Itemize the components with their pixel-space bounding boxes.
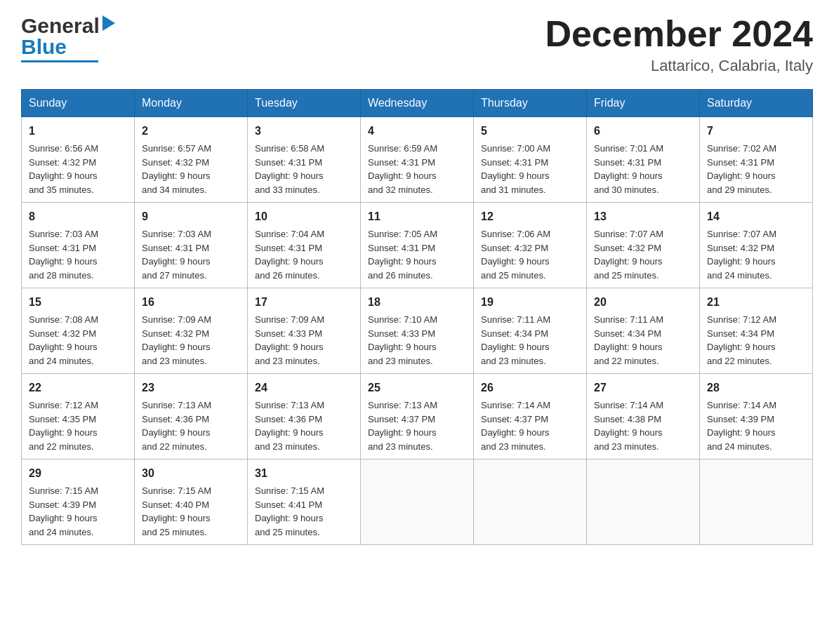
day-number: 1 — [29, 123, 127, 140]
calendar-week-row: 15Sunrise: 7:08 AM Sunset: 4:32 PM Dayli… — [22, 288, 813, 374]
day-info: Sunrise: 6:57 AM Sunset: 4:32 PM Dayligh… — [142, 142, 240, 196]
day-info: Sunrise: 7:11 AM Sunset: 4:34 PM Dayligh… — [594, 313, 692, 368]
logo-triangle-icon — [102, 15, 115, 34]
day-number: 23 — [142, 380, 240, 396]
calendar-week-row: 8Sunrise: 7:03 AM Sunset: 4:31 PM Daylig… — [22, 203, 813, 288]
day-info: Sunrise: 7:06 AM Sunset: 4:32 PM Dayligh… — [481, 227, 579, 282]
day-number: 26 — [481, 380, 579, 396]
day-number: 7 — [707, 123, 805, 140]
day-info: Sunrise: 7:11 AM Sunset: 4:34 PM Dayligh… — [481, 313, 579, 368]
calendar-week-row: 29Sunrise: 7:15 AM Sunset: 4:39 PM Dayli… — [22, 459, 813, 545]
calendar-day-cell: 5Sunrise: 7:00 AM Sunset: 4:31 PM Daylig… — [474, 117, 587, 203]
calendar-day-cell: 14Sunrise: 7:07 AM Sunset: 4:32 PM Dayli… — [700, 203, 813, 288]
weekday-header-monday: Monday — [135, 90, 248, 117]
calendar-day-cell: 6Sunrise: 7:01 AM Sunset: 4:31 PM Daylig… — [587, 117, 700, 203]
calendar-day-cell: 31Sunrise: 7:15 AM Sunset: 4:41 PM Dayli… — [248, 459, 361, 545]
day-number: 20 — [594, 294, 692, 311]
title-section: December 2024 Lattarico, Calabria, Italy — [545, 14, 813, 75]
day-info: Sunrise: 7:08 AM Sunset: 4:32 PM Dayligh… — [29, 313, 127, 368]
calendar-day-cell: 9Sunrise: 7:03 AM Sunset: 4:31 PM Daylig… — [135, 203, 248, 288]
day-info: Sunrise: 7:12 AM Sunset: 4:34 PM Dayligh… — [707, 313, 805, 368]
page-header: General Blue December 2024 Lattarico, Ca… — [21, 14, 813, 75]
calendar-day-cell: 17Sunrise: 7:09 AM Sunset: 4:33 PM Dayli… — [248, 288, 361, 374]
calendar-day-cell: 11Sunrise: 7:05 AM Sunset: 4:31 PM Dayli… — [361, 203, 474, 288]
day-info: Sunrise: 7:15 AM Sunset: 4:41 PM Dayligh… — [255, 484, 353, 539]
calendar-day-cell: 19Sunrise: 7:11 AM Sunset: 4:34 PM Dayli… — [474, 288, 587, 374]
calendar-day-cell: 15Sunrise: 7:08 AM Sunset: 4:32 PM Dayli… — [22, 288, 135, 374]
day-info: Sunrise: 7:14 AM Sunset: 4:38 PM Dayligh… — [594, 398, 692, 453]
day-number: 28 — [707, 380, 805, 396]
day-number: 3 — [255, 123, 353, 140]
calendar-day-cell — [700, 459, 813, 545]
day-number: 27 — [594, 380, 692, 396]
day-number: 6 — [594, 123, 692, 140]
calendar-day-cell: 10Sunrise: 7:04 AM Sunset: 4:31 PM Dayli… — [248, 203, 361, 288]
calendar-day-cell: 2Sunrise: 6:57 AM Sunset: 4:32 PM Daylig… — [135, 117, 248, 203]
logo: General Blue — [21, 14, 115, 62]
day-number: 10 — [255, 208, 353, 225]
day-info: Sunrise: 6:59 AM Sunset: 4:31 PM Dayligh… — [368, 142, 466, 196]
calendar-day-cell: 28Sunrise: 7:14 AM Sunset: 4:39 PM Dayli… — [700, 374, 813, 459]
day-number: 22 — [29, 380, 127, 396]
day-info: Sunrise: 7:04 AM Sunset: 4:31 PM Dayligh… — [255, 227, 353, 282]
calendar-day-cell: 4Sunrise: 6:59 AM Sunset: 4:31 PM Daylig… — [361, 117, 474, 203]
day-number: 18 — [368, 294, 466, 311]
calendar-day-cell: 26Sunrise: 7:14 AM Sunset: 4:37 PM Dayli… — [474, 374, 587, 459]
day-number: 29 — [29, 465, 127, 482]
calendar-day-cell — [361, 459, 474, 545]
weekday-header-friday: Friday — [587, 90, 700, 117]
calendar-day-cell: 25Sunrise: 7:13 AM Sunset: 4:37 PM Dayli… — [361, 374, 474, 459]
day-info: Sunrise: 6:58 AM Sunset: 4:31 PM Dayligh… — [255, 142, 353, 196]
day-info: Sunrise: 7:00 AM Sunset: 4:31 PM Dayligh… — [481, 142, 579, 196]
day-info: Sunrise: 7:15 AM Sunset: 4:40 PM Dayligh… — [142, 484, 240, 539]
day-info: Sunrise: 7:10 AM Sunset: 4:33 PM Dayligh… — [368, 313, 466, 368]
day-info: Sunrise: 7:05 AM Sunset: 4:31 PM Dayligh… — [368, 227, 466, 282]
calendar-day-cell: 29Sunrise: 7:15 AM Sunset: 4:39 PM Dayli… — [22, 459, 135, 545]
month-title: December 2024 — [545, 14, 813, 54]
weekday-header-tuesday: Tuesday — [248, 90, 361, 117]
day-number: 31 — [255, 465, 353, 482]
logo-blue-text: Blue — [21, 35, 67, 59]
calendar-day-cell: 13Sunrise: 7:07 AM Sunset: 4:32 PM Dayli… — [587, 203, 700, 288]
day-info: Sunrise: 7:09 AM Sunset: 4:33 PM Dayligh… — [255, 313, 353, 368]
day-info: Sunrise: 7:09 AM Sunset: 4:32 PM Dayligh… — [142, 313, 240, 368]
day-number: 16 — [142, 294, 240, 311]
calendar-table: SundayMondayTuesdayWednesdayThursdayFrid… — [21, 89, 813, 545]
day-info: Sunrise: 7:14 AM Sunset: 4:39 PM Dayligh… — [707, 398, 805, 453]
day-number: 9 — [142, 208, 240, 225]
day-number: 12 — [481, 208, 579, 225]
day-info: Sunrise: 7:13 AM Sunset: 4:37 PM Dayligh… — [368, 398, 466, 453]
calendar-day-cell: 22Sunrise: 7:12 AM Sunset: 4:35 PM Dayli… — [22, 374, 135, 459]
day-number: 30 — [142, 465, 240, 482]
calendar-day-cell: 7Sunrise: 7:02 AM Sunset: 4:31 PM Daylig… — [700, 117, 813, 203]
calendar-body: 1Sunrise: 6:56 AM Sunset: 4:32 PM Daylig… — [22, 117, 813, 545]
weekday-header-saturday: Saturday — [700, 90, 813, 117]
day-number: 21 — [707, 294, 805, 311]
location-text: Lattarico, Calabria, Italy — [545, 57, 813, 75]
calendar-day-cell: 3Sunrise: 6:58 AM Sunset: 4:31 PM Daylig… — [248, 117, 361, 203]
calendar-day-cell: 1Sunrise: 6:56 AM Sunset: 4:32 PM Daylig… — [22, 117, 135, 203]
calendar-day-cell: 30Sunrise: 7:15 AM Sunset: 4:40 PM Dayli… — [135, 459, 248, 545]
logo-underline — [21, 60, 98, 62]
day-number: 4 — [368, 123, 466, 140]
day-number: 19 — [481, 294, 579, 311]
calendar-week-row: 1Sunrise: 6:56 AM Sunset: 4:32 PM Daylig… — [22, 117, 813, 203]
day-number: 15 — [29, 294, 127, 311]
day-info: Sunrise: 7:13 AM Sunset: 4:36 PM Dayligh… — [255, 398, 353, 453]
day-info: Sunrise: 7:02 AM Sunset: 4:31 PM Dayligh… — [707, 142, 805, 196]
day-info: Sunrise: 7:07 AM Sunset: 4:32 PM Dayligh… — [594, 227, 692, 282]
calendar-day-cell — [474, 459, 587, 545]
day-info: Sunrise: 6:56 AM Sunset: 4:32 PM Dayligh… — [29, 142, 127, 196]
day-number: 13 — [594, 208, 692, 225]
weekday-header-thursday: Thursday — [474, 90, 587, 117]
day-number: 17 — [255, 294, 353, 311]
day-info: Sunrise: 7:03 AM Sunset: 4:31 PM Dayligh… — [29, 227, 127, 282]
day-number: 14 — [707, 208, 805, 225]
day-number: 24 — [255, 380, 353, 396]
calendar-day-cell: 12Sunrise: 7:06 AM Sunset: 4:32 PM Dayli… — [474, 203, 587, 288]
day-info: Sunrise: 7:14 AM Sunset: 4:37 PM Dayligh… — [481, 398, 579, 453]
day-number: 2 — [142, 123, 240, 140]
calendar-day-cell: 8Sunrise: 7:03 AM Sunset: 4:31 PM Daylig… — [22, 203, 135, 288]
day-info: Sunrise: 7:13 AM Sunset: 4:36 PM Dayligh… — [142, 398, 240, 453]
day-number: 8 — [29, 208, 127, 225]
